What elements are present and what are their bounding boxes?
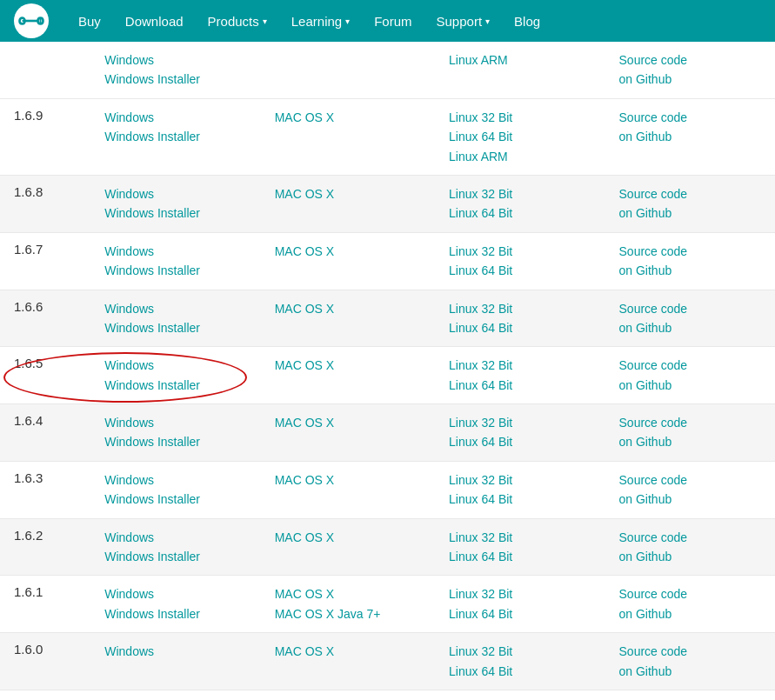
source-link[interactable]: on Github [619, 490, 761, 509]
source-link[interactable]: Source code [619, 356, 761, 375]
windows-link[interactable]: Windows Installer [104, 432, 246, 451]
windows-link[interactable]: Windows [104, 50, 246, 70]
source-link[interactable]: on Github [619, 203, 761, 223]
source-link[interactable]: on Github [619, 318, 761, 337]
nav-forum[interactable]: Forum [362, 0, 424, 42]
linux-link[interactable]: Linux 32 Bit [449, 413, 591, 432]
linux-arm-link[interactable]: Linux ARM [449, 50, 591, 70]
linux-link[interactable]: Linux 64 Bit [449, 662, 591, 681]
windows-link[interactable]: Windows Installer [104, 127, 246, 146]
windows-link[interactable]: Windows [104, 584, 246, 603]
mac-link[interactable]: MAC OS X [275, 584, 421, 603]
windows-link[interactable]: Windows Installer [104, 261, 246, 280]
windows-cell: WindowsWindows Installer [90, 290, 260, 347]
source-link[interactable]: on Github [619, 261, 761, 280]
mac-cell: MAC OS X [261, 404, 435, 462]
source-link[interactable]: on Github [619, 127, 761, 146]
nav-download[interactable]: Download [113, 0, 196, 42]
source-link[interactable]: on Github [619, 432, 761, 451]
linux-link[interactable]: Linux 64 Bit [449, 203, 591, 223]
nav-products[interactable]: Products ▾ [196, 0, 279, 42]
windows-link[interactable]: Windows [104, 642, 246, 661]
windows-link[interactable]: Windows [104, 184, 246, 203]
mac-link[interactable]: MAC OS X Java 7+ [275, 604, 421, 623]
source-link[interactable]: Source code [619, 184, 761, 203]
mac-link[interactable]: MAC OS X [275, 356, 421, 375]
source-link[interactable]: Source code [619, 242, 761, 261]
source-link[interactable]: Source code [619, 642, 761, 661]
source-link[interactable]: Source code [619, 584, 761, 603]
mac-cell: MAC OS X [261, 518, 435, 576]
linux-link[interactable]: Linux 32 Bit [449, 642, 591, 661]
source-link[interactable]: Source code [619, 470, 761, 490]
windows-link[interactable]: Windows [104, 470, 246, 490]
windows-link[interactable]: Windows [104, 413, 246, 432]
version-cell: 1.6.2 [0, 518, 90, 576]
windows-cell: Windows Windows Installer [90, 42, 260, 98]
nav-buy[interactable]: Buy [66, 0, 113, 42]
nav-blog[interactable]: Blog [502, 0, 552, 42]
linux-link[interactable]: Linux ARM [449, 147, 591, 166]
mac-cell: MAC OS X [261, 98, 435, 175]
source-link[interactable]: Source code [619, 299, 761, 318]
windows-cell: WindowsWindows Installer [90, 461, 260, 518]
linux-link[interactable]: Linux 32 Bit [449, 356, 591, 375]
linux-link[interactable]: Linux 64 Bit [449, 604, 591, 623]
source-link[interactable]: on Github [619, 662, 761, 681]
linux-link[interactable]: Linux 64 Bit [449, 490, 591, 509]
github-link[interactable]: on Github [619, 70, 761, 89]
source-link[interactable]: Source code [619, 528, 761, 547]
mac-link[interactable]: MAC OS X [275, 242, 421, 261]
windows-link[interactable]: Windows Installer [104, 376, 246, 395]
windows-cell: WindowsWindows Installer [90, 347, 260, 404]
nav-support[interactable]: Support ▾ [424, 0, 503, 42]
linux-link[interactable]: Linux 64 Bit [449, 432, 591, 451]
linux-cell: Linux 32 BitLinux 64 Bit [435, 518, 605, 576]
mac-link[interactable]: MAC OS X [275, 470, 421, 490]
linux-link[interactable]: Linux 32 Bit [449, 108, 591, 127]
source-link[interactable]: Source code [619, 108, 761, 127]
mac-link[interactable]: MAC OS X [275, 528, 421, 547]
windows-link[interactable]: Windows [104, 356, 246, 375]
linux-link[interactable]: Linux 32 Bit [449, 528, 591, 547]
mac-link[interactable]: MAC OS X [275, 642, 421, 661]
linux-link[interactable]: Linux 32 Bit [449, 184, 591, 203]
linux-link[interactable]: Linux 32 Bit [449, 470, 591, 490]
table-row: 1.6.2WindowsWindows InstallerMAC OS XLin… [0, 518, 775, 576]
linux-link[interactable]: Linux 64 Bit [449, 261, 591, 280]
windows-link[interactable]: Windows [104, 299, 246, 318]
windows-link[interactable]: Windows Installer [104, 547, 246, 566]
table-row: 1.6.8WindowsWindows InstallerMAC OS XLin… [0, 175, 775, 232]
nav-learning[interactable]: Learning ▾ [279, 0, 362, 42]
windows-link[interactable]: Windows Installer [104, 318, 246, 337]
source-link[interactable]: Source code [619, 50, 761, 70]
mac-cell: MAC OS XMAC OS X Java 7+ [261, 576, 435, 633]
source-link[interactable]: Source code [619, 413, 761, 432]
table-row: 1.6.0WindowsMAC OS XLinux 32 BitLinux 64… [0, 633, 775, 690]
linux-link[interactable]: Linux 64 Bit [449, 376, 591, 395]
source-link[interactable]: on Github [619, 604, 761, 623]
windows-link[interactable]: Windows Installer [104, 490, 246, 509]
products-chevron: ▾ [263, 17, 267, 26]
linux-link[interactable]: Linux 32 Bit [449, 299, 591, 318]
logo[interactable] [14, 3, 49, 38]
windows-link[interactable]: Windows [104, 528, 246, 547]
source-link[interactable]: on Github [619, 547, 761, 566]
windows-link[interactable]: Windows [104, 108, 246, 127]
linux-link[interactable]: Linux 32 Bit [449, 242, 591, 261]
windows-installer-link[interactable]: Windows Installer [104, 70, 246, 89]
windows-link[interactable]: Windows Installer [104, 203, 246, 223]
windows-link[interactable]: Windows [104, 242, 246, 261]
source-link[interactable]: on Github [619, 376, 761, 395]
windows-cell: WindowsWindows Installer [90, 576, 260, 633]
linux-link[interactable]: Linux 32 Bit [449, 584, 591, 603]
linux-link[interactable]: Linux 64 Bit [449, 127, 591, 146]
version-cell: 1.6.4 [0, 404, 90, 462]
mac-link[interactable]: MAC OS X [275, 184, 421, 203]
mac-link[interactable]: MAC OS X [275, 108, 421, 127]
windows-link[interactable]: Windows Installer [104, 604, 246, 623]
linux-link[interactable]: Linux 64 Bit [449, 318, 591, 337]
linux-link[interactable]: Linux 64 Bit [449, 547, 591, 566]
mac-link[interactable]: MAC OS X [275, 413, 421, 432]
mac-link[interactable]: MAC OS X [275, 299, 421, 318]
